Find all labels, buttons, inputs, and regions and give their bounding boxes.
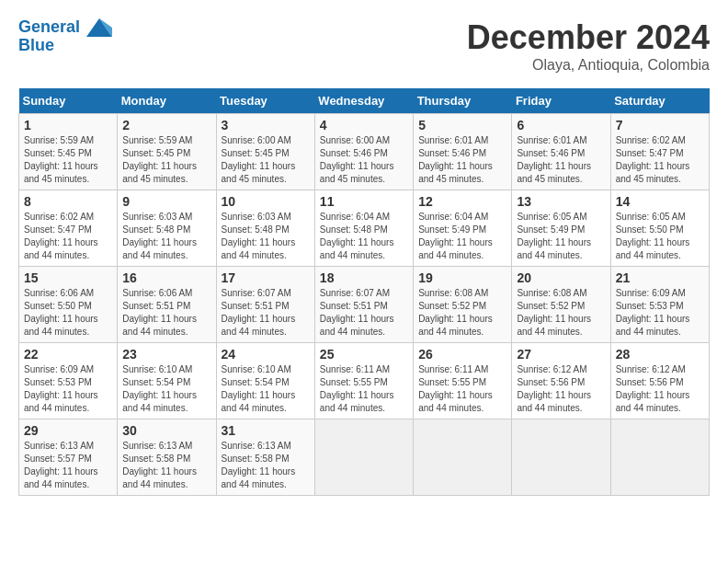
day-number: 27 [517,347,605,362]
table-row [414,419,512,496]
day-info: Sunrise: 6:08 AM Sunset: 5:52 PM Dayligh… [517,287,605,339]
day-number: 9 [122,194,210,209]
day-number: 30 [122,423,210,438]
table-row: 31 Sunrise: 6:13 AM Sunset: 5:58 PM Dayl… [216,419,314,496]
day-number: 11 [320,194,408,209]
header-sunday: Sunday [19,88,118,114]
day-number: 20 [517,270,605,285]
day-number: 18 [320,270,408,285]
day-info: Sunrise: 6:04 AM Sunset: 5:49 PM Dayligh… [418,211,506,262]
table-row: 20 Sunrise: 6:08 AM Sunset: 5:52 PM Dayl… [512,267,610,343]
table-row: 11 Sunrise: 6:04 AM Sunset: 5:48 PM Dayl… [314,190,413,267]
header-friday: Friday [512,88,610,114]
calendar-row: 8 Sunrise: 6:02 AM Sunset: 5:47 PM Dayli… [19,190,710,267]
day-info: Sunrise: 6:02 AM Sunset: 5:47 PM Dayligh… [24,211,112,262]
day-info: Sunrise: 6:00 AM Sunset: 5:45 PM Dayligh… [222,134,310,186]
header-tuesday: Tuesday [216,88,314,114]
table-row: 14 Sunrise: 6:05 AM Sunset: 5:50 PM Dayl… [610,190,709,267]
day-number: 16 [122,270,210,285]
table-row: 5 Sunrise: 6:01 AM Sunset: 5:46 PM Dayli… [414,114,512,190]
day-info: Sunrise: 6:01 AM Sunset: 5:46 PM Dayligh… [418,134,506,186]
table-row: 8 Sunrise: 6:02 AM Sunset: 5:47 PM Dayli… [19,190,118,267]
table-row: 25 Sunrise: 6:11 AM Sunset: 5:55 PM Dayl… [314,343,413,419]
day-info: Sunrise: 5:59 AM Sunset: 5:45 PM Dayligh… [122,134,210,186]
day-info: Sunrise: 6:03 AM Sunset: 5:48 PM Dayligh… [122,211,210,262]
header-thursday: Thursday [414,88,512,114]
table-row: 26 Sunrise: 6:11 AM Sunset: 5:55 PM Dayl… [414,343,512,419]
table-row: 22 Sunrise: 6:09 AM Sunset: 5:53 PM Dayl… [19,343,118,419]
table-row: 24 Sunrise: 6:10 AM Sunset: 5:54 PM Dayl… [216,343,314,419]
day-number: 4 [320,118,408,132]
calendar-table: Sunday Monday Tuesday Wednesday Thursday… [18,88,710,496]
location-title: Olaya, Antioquia, Colombia [467,57,710,74]
day-number: 28 [616,347,704,362]
table-row: 6 Sunrise: 6:01 AM Sunset: 5:46 PM Dayli… [512,114,610,190]
day-number: 17 [222,270,310,285]
table-row: 9 Sunrise: 6:03 AM Sunset: 5:48 PM Dayli… [118,190,216,267]
table-row: 13 Sunrise: 6:05 AM Sunset: 5:49 PM Dayl… [512,190,610,267]
logo-icon [86,18,112,37]
day-number: 14 [616,194,704,209]
day-number: 23 [122,347,210,362]
calendar-row: 29 Sunrise: 6:13 AM Sunset: 5:57 PM Dayl… [19,419,710,496]
table-row: 19 Sunrise: 6:08 AM Sunset: 5:52 PM Dayl… [414,267,512,343]
day-info: Sunrise: 6:13 AM Sunset: 5:58 PM Dayligh… [222,440,310,491]
day-info: Sunrise: 6:09 AM Sunset: 5:53 PM Dayligh… [616,287,704,339]
day-info: Sunrise: 6:09 AM Sunset: 5:53 PM Dayligh… [24,363,112,415]
day-info: Sunrise: 6:11 AM Sunset: 5:55 PM Dayligh… [418,363,506,415]
day-info: Sunrise: 6:12 AM Sunset: 5:56 PM Dayligh… [616,363,704,415]
day-info: Sunrise: 6:10 AM Sunset: 5:54 PM Dayligh… [222,363,310,415]
day-number: 13 [517,194,605,209]
day-number: 12 [418,194,506,209]
day-number: 6 [517,118,605,132]
logo: General Blue [18,18,112,55]
table-row: 4 Sunrise: 6:00 AM Sunset: 5:46 PM Dayli… [314,114,413,190]
day-info: Sunrise: 6:06 AM Sunset: 5:50 PM Dayligh… [24,287,112,339]
logo-text: General [18,18,112,37]
table-row: 12 Sunrise: 6:04 AM Sunset: 5:49 PM Dayl… [414,190,512,267]
table-row: 29 Sunrise: 6:13 AM Sunset: 5:57 PM Dayl… [19,419,118,496]
table-row: 1 Sunrise: 5:59 AM Sunset: 5:45 PM Dayli… [19,114,118,190]
day-info: Sunrise: 6:08 AM Sunset: 5:52 PM Dayligh… [418,287,506,339]
day-info: Sunrise: 6:05 AM Sunset: 5:49 PM Dayligh… [517,211,605,262]
table-row: 23 Sunrise: 6:10 AM Sunset: 5:54 PM Dayl… [118,343,216,419]
table-row [512,419,610,496]
header: General Blue December 2024 Olaya, Antioq… [18,18,710,74]
table-row: 18 Sunrise: 6:07 AM Sunset: 5:51 PM Dayl… [314,267,413,343]
day-info: Sunrise: 6:13 AM Sunset: 5:58 PM Dayligh… [122,440,210,491]
month-title: December 2024 [467,18,710,57]
day-number: 24 [222,347,310,362]
day-number: 22 [24,347,112,362]
day-info: Sunrise: 6:00 AM Sunset: 5:46 PM Dayligh… [320,134,408,186]
day-number: 1 [24,118,112,132]
title-area: December 2024 Olaya, Antioquia, Colombia [467,18,710,74]
day-info: Sunrise: 6:06 AM Sunset: 5:51 PM Dayligh… [122,287,210,339]
header-row: Sunday Monday Tuesday Wednesday Thursday… [19,88,710,114]
table-row: 15 Sunrise: 6:06 AM Sunset: 5:50 PM Dayl… [19,267,118,343]
table-row: 21 Sunrise: 6:09 AM Sunset: 5:53 PM Dayl… [610,267,709,343]
day-number: 26 [418,347,506,362]
table-row: 16 Sunrise: 6:06 AM Sunset: 5:51 PM Dayl… [118,267,216,343]
day-number: 3 [222,118,310,132]
day-info: Sunrise: 6:04 AM Sunset: 5:48 PM Dayligh… [320,211,408,262]
day-info: Sunrise: 6:07 AM Sunset: 5:51 PM Dayligh… [222,287,310,339]
day-info: Sunrise: 6:02 AM Sunset: 5:47 PM Dayligh… [616,134,704,186]
day-info: Sunrise: 6:13 AM Sunset: 5:57 PM Dayligh… [24,440,112,491]
table-row: 3 Sunrise: 6:00 AM Sunset: 5:45 PM Dayli… [216,114,314,190]
day-info: Sunrise: 6:10 AM Sunset: 5:54 PM Dayligh… [122,363,210,415]
day-info: Sunrise: 6:05 AM Sunset: 5:50 PM Dayligh… [616,211,704,262]
table-row: 2 Sunrise: 5:59 AM Sunset: 5:45 PM Dayli… [118,114,216,190]
logo-blue: Blue [18,37,112,55]
calendar-row: 15 Sunrise: 6:06 AM Sunset: 5:50 PM Dayl… [19,267,710,343]
table-row: 27 Sunrise: 6:12 AM Sunset: 5:56 PM Dayl… [512,343,610,419]
header-wednesday: Wednesday [314,88,413,114]
day-number: 8 [24,194,112,209]
table-row: 28 Sunrise: 6:12 AM Sunset: 5:56 PM Dayl… [610,343,709,419]
header-saturday: Saturday [610,88,709,114]
day-info: Sunrise: 6:01 AM Sunset: 5:46 PM Dayligh… [517,134,605,186]
day-info: Sunrise: 6:03 AM Sunset: 5:48 PM Dayligh… [222,211,310,262]
header-monday: Monday [118,88,216,114]
table-row: 7 Sunrise: 6:02 AM Sunset: 5:47 PM Dayli… [610,114,709,190]
day-number: 2 [122,118,210,132]
table-row [314,419,413,496]
